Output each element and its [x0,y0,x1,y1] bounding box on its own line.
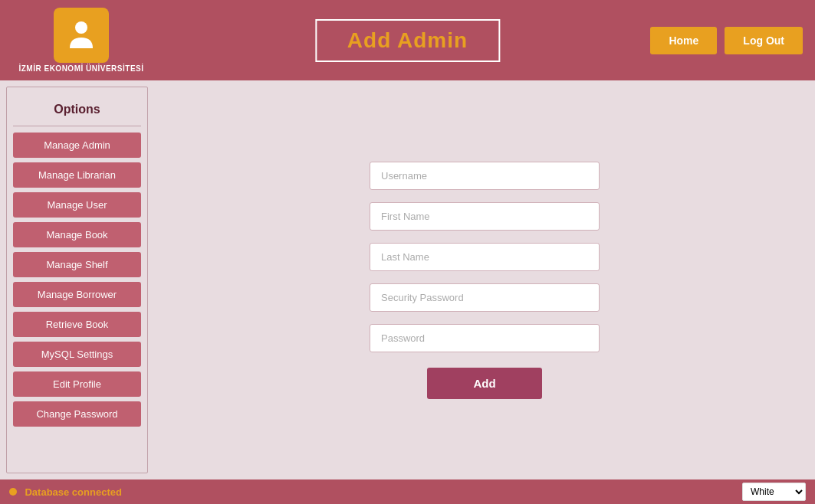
sidebar-item-manage-librarian[interactable]: Manage Librarian [13,162,141,188]
main-area: Options Manage Admin Manage Librarian Ma… [0,80,815,479]
header-title-box: Add Admin [315,19,500,62]
content-area: Add [154,80,815,479]
theme-select[interactable]: White Dark [742,483,806,501]
logo-icon [54,8,109,63]
sidebar-item-change-password[interactable]: Change Password [13,401,141,427]
header: İZMİR EKONOMİ ÜNİVERSİTESİ Add Admin Hom… [0,0,815,80]
form-container: Add [370,162,600,399]
sidebar-item-manage-borrower[interactable]: Manage Borrower [13,282,141,307]
header-buttons: Home Log Out [650,27,803,54]
password-input[interactable] [370,324,600,352]
page-title: Add Admin [347,28,468,52]
sidebar-item-manage-admin[interactable]: Manage Admin [13,133,141,158]
svg-point-0 [75,21,87,34]
logo-text: İZMİR EKONOMİ ÜNİVERSİTESİ [18,64,143,73]
firstname-input[interactable] [370,202,600,231]
username-input[interactable] [370,162,600,190]
status-bar: Database connected White Dark [0,479,815,504]
status-dot [9,488,17,496]
lastname-input[interactable] [370,243,600,271]
logo-area: İZMİR EKONOMİ ÜNİVERSİTESİ [12,8,150,73]
sidebar-item-retrieve-book[interactable]: Retrieve Book [13,312,141,337]
sidebar-title: Options [13,97,141,126]
home-button[interactable]: Home [650,27,717,54]
status-connected: Database connected [9,485,122,499]
sidebar-item-manage-book[interactable]: Manage Book [13,222,141,247]
sidebar-item-manage-user[interactable]: Manage User [13,192,141,218]
sidebar-item-manage-shelf[interactable]: Manage Shelf [13,252,141,277]
security-password-input[interactable] [370,283,600,312]
theme-selector: White Dark [742,483,806,501]
add-button[interactable]: Add [427,368,541,399]
status-text: Database connected [25,486,121,498]
sidebar: Options Manage Admin Manage Librarian Ma… [6,87,148,473]
sidebar-item-edit-profile[interactable]: Edit Profile [13,371,141,397]
logout-button[interactable]: Log Out [725,27,803,54]
sidebar-item-mysql-settings[interactable]: MySQL Settings [13,342,141,367]
